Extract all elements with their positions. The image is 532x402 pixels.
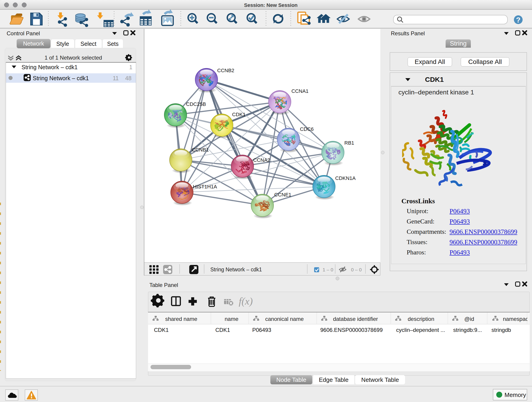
svg-text:CCNB1: CCNB1 xyxy=(192,147,209,153)
svg-text:CCNB2: CCNB2 xyxy=(217,68,234,73)
svg-text:RB1: RB1 xyxy=(344,140,354,146)
svg-text:CDC6: CDC6 xyxy=(300,126,314,132)
svg-text:f(x): f(x) xyxy=(239,296,253,307)
svg-text:CDKN1A: CDKN1A xyxy=(335,175,356,181)
svg-text:CCNA2: CCNA2 xyxy=(253,157,270,163)
svg-text:?: ? xyxy=(516,16,520,24)
svg-text:CDC25B: CDC25B xyxy=(186,101,206,107)
svg-text:CCNA1: CCNA1 xyxy=(291,88,309,94)
svg-text:CDK1: CDK1 xyxy=(232,112,246,117)
svg-text:HIST1H1A: HIST1H1A xyxy=(193,184,217,190)
svg-text:CCNE1: CCNE1 xyxy=(274,192,291,198)
